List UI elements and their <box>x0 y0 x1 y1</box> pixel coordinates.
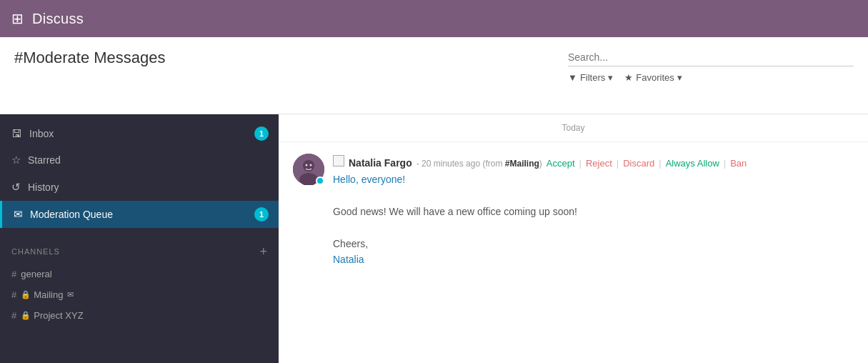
mail-icon: ✉ <box>67 290 74 299</box>
chevron-down-icon: ▾ <box>677 72 682 83</box>
filter-bar: ▼ Filters ▾ ★ Favorites ▾ <box>568 72 854 83</box>
accept-button[interactable]: Accept <box>547 158 575 169</box>
moderation-badge: 1 <box>254 207 269 222</box>
filter-icon: ▼ <box>568 72 577 83</box>
message-header: Natalia Fargo - 20 minutes ago (from #Ma… <box>333 154 854 169</box>
message-checkbox[interactable] <box>333 155 344 166</box>
chevron-down-icon: ▾ <box>608 72 613 83</box>
ban-button[interactable]: Ban <box>730 158 747 169</box>
hash-icon: # <box>11 289 16 300</box>
message-line4: Natalia <box>333 254 364 265</box>
sidebar-item-inbox[interactable]: 🖫 Inbox 1 <box>0 120 279 146</box>
discard-button[interactable]: Discard <box>623 158 654 169</box>
online-indicator <box>316 176 324 185</box>
sidebar-item-starred[interactable]: ☆ Starred <box>0 146 279 174</box>
inbox-icon: 🖫 <box>11 127 22 139</box>
date-divider: Today <box>279 114 868 142</box>
chat-area: Today <box>279 114 868 363</box>
table-row: Natalia Fargo - 20 minutes ago (from #Ma… <box>293 154 854 267</box>
sender-name: Natalia Fargo <box>349 157 412 169</box>
top-header: ⊞ Discuss <box>0 0 868 37</box>
svg-point-4 <box>310 164 312 166</box>
sidebar-nav: 🖫 Inbox 1 ☆ Starred ↺ History ✉ Moderati… <box>0 114 279 234</box>
inbox-badge: 1 <box>254 126 269 141</box>
reject-button[interactable]: Reject <box>586 158 612 169</box>
envelope-icon: ✉ <box>14 208 23 221</box>
message-time: - 20 minutes ago (from #Mailing) <box>416 159 542 169</box>
hash-icon: # <box>11 310 16 321</box>
search-input[interactable] <box>568 49 854 66</box>
grid-icon: ⊞ <box>11 10 24 27</box>
star-icon: ☆ <box>11 154 21 166</box>
message-line2: Good news! We will have a new office com… <box>333 204 854 219</box>
lock-icon: 🔒 <box>21 290 31 299</box>
star-icon: ★ <box>624 72 633 83</box>
channels-header: CHANNELS + <box>0 239 279 264</box>
filters-button[interactable]: ▼ Filters ▾ <box>568 72 613 83</box>
lock-icon: 🔒 <box>21 311 31 320</box>
sidebar-item-moderation-queue[interactable]: ✉ Moderation Queue 1 <box>0 201 279 228</box>
message-body: Hello, everyone! Good news! We will have… <box>333 171 854 267</box>
avatar <box>293 154 324 185</box>
hash-icon: # <box>11 269 16 279</box>
message-list: Natalia Fargo - 20 minutes ago (from #Ma… <box>279 142 868 363</box>
favorites-button[interactable]: ★ Favorites ▾ <box>624 72 682 83</box>
channel-item-general[interactable]: # general <box>0 264 279 284</box>
svg-point-3 <box>306 164 308 166</box>
channel-item-project-xyz[interactable]: # 🔒 Project XYZ <box>0 305 279 326</box>
page-title: #Moderate Messages <box>14 49 166 67</box>
sidebar-item-history[interactable]: ↺ History <box>0 174 279 201</box>
app-title: Discuss <box>32 11 84 27</box>
message-line3: Cheers, <box>333 236 854 252</box>
main-content: 🖫 Inbox 1 ☆ Starred ↺ History ✉ Moderati… <box>0 114 868 363</box>
always-allow-button[interactable]: Always Allow <box>666 158 719 169</box>
channel-item-mailing[interactable]: # 🔒 Mailing ✉ <box>0 284 279 305</box>
message-content: Natalia Fargo - 20 minutes ago (from #Ma… <box>333 154 854 267</box>
sub-header: #Moderate Messages ▼ Filters ▾ ★ Favorit… <box>0 37 868 114</box>
sidebar: 🖫 Inbox 1 ☆ Starred ↺ History ✉ Moderati… <box>0 114 279 363</box>
message-channel: #Mailing <box>505 159 539 169</box>
history-icon: ↺ <box>11 181 21 194</box>
add-channel-button[interactable]: + <box>259 245 267 258</box>
message-line1: Hello, everyone! <box>333 174 405 185</box>
channels-section: CHANNELS + # general # 🔒 Mailing ✉ # 🔒 P… <box>0 234 279 332</box>
search-area: ▼ Filters ▾ ★ Favorites ▾ <box>568 49 854 83</box>
